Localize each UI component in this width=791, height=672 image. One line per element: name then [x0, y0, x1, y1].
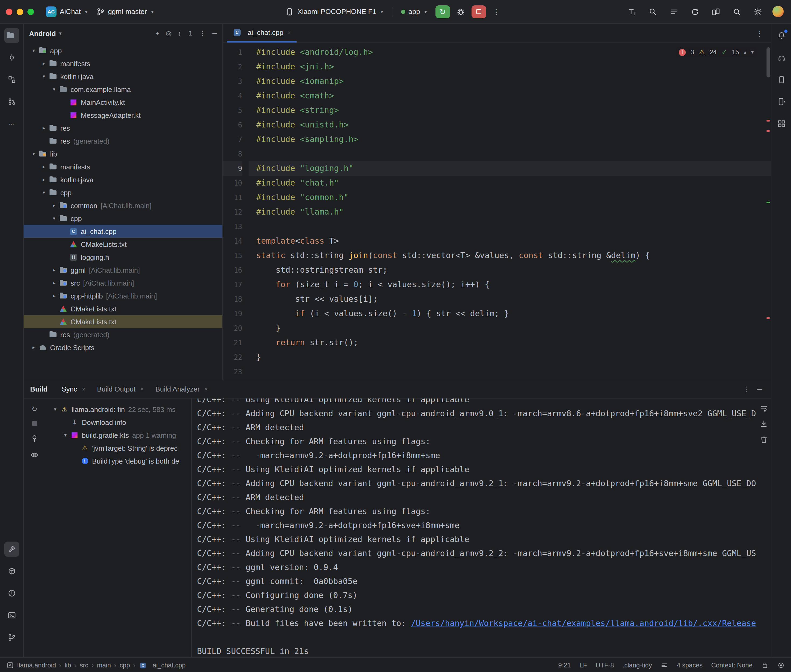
more-actions-icon[interactable]: ⋮ [490, 7, 502, 16]
code-line[interactable]: str << values[i]; [249, 292, 771, 307]
tree-item[interactable]: ▸cpp-httplib[AiChat.lib.main] [24, 290, 222, 302]
zoom-window-button[interactable] [27, 8, 34, 15]
console-lines[interactable]: C/C++: -- Using KleidiAI optimized kerne… [192, 398, 757, 657]
line-number[interactable]: 9 [223, 162, 242, 176]
add-icon[interactable]: + [156, 30, 159, 37]
tree-item[interactable]: ⚠'jvmTarget: String' is deprec [45, 442, 191, 454]
code-line[interactable]: } [249, 321, 771, 336]
tree-item[interactable]: ▾cpp [24, 186, 222, 199]
build-tab-sync[interactable]: Sync× [57, 383, 90, 395]
chevron-right-icon[interactable]: ▸ [39, 125, 48, 131]
project-widget[interactable]: AC AiChat ▾ [42, 3, 92, 20]
locate-file-icon[interactable]: ◎ [166, 30, 172, 37]
chevron-down-icon[interactable]: ▾ [39, 74, 48, 79]
problems-tool-button[interactable] [4, 586, 19, 601]
tree-item[interactable]: ▸manifests [24, 57, 222, 70]
pair-devices-button[interactable] [709, 5, 722, 18]
gradle-tool-button[interactable] [774, 50, 789, 65]
line-number[interactable]: 2 [223, 60, 242, 74]
build-output-link[interactable]: /Users/hanyin/Workspace/ai-chat/examples… [411, 619, 756, 628]
chevron-right-icon[interactable]: ▸ [50, 293, 59, 299]
gradle-sync-button[interactable] [688, 5, 701, 18]
minimize-window-button[interactable] [17, 8, 23, 15]
line-number[interactable]: 18 [223, 292, 242, 307]
inspections-widget[interactable]: ! 3 ⚠ 24 ✓ 15 ▴ ▾ [675, 47, 757, 57]
line-number[interactable]: 17 [223, 277, 242, 292]
error-stripe-mark[interactable] [767, 317, 770, 319]
notifications-button[interactable] [774, 28, 789, 43]
code-line[interactable]: #include "chat.h" [249, 176, 771, 190]
tree-item[interactable]: res(generated) [24, 134, 222, 147]
code-line[interactable]: static std::string join(const std::vecto… [249, 248, 771, 263]
build-panel-title[interactable]: Build [30, 385, 48, 393]
code-line[interactable] [249, 219, 771, 234]
logcat-button[interactable] [667, 5, 680, 18]
settings-button[interactable] [751, 5, 764, 18]
close-window-button[interactable] [6, 8, 12, 15]
next-issue-icon[interactable]: ▾ [751, 50, 754, 55]
clang-tidy-widget[interactable]: .clang-tidy [623, 661, 652, 669]
tree-item[interactable]: CMakeLists.txt [24, 315, 222, 328]
build-tab-build-analyzer[interactable]: Build Analyzer× [151, 383, 212, 395]
formatting-icon[interactable] [661, 661, 668, 669]
chevron-right-icon[interactable]: ▸ [50, 203, 59, 208]
tree-item[interactable]: ai_chat.cpp [24, 225, 222, 238]
version-control-tool-button[interactable] [4, 630, 19, 645]
tree-item[interactable]: ▾app [24, 44, 222, 57]
editor-options-icon[interactable]: ⋮ [756, 29, 767, 37]
code-line[interactable] [249, 147, 771, 162]
pull-requests-tool-button[interactable] [4, 94, 19, 109]
stop-icon[interactable] [32, 421, 37, 426]
tree-item[interactable]: res(generated) [24, 328, 222, 341]
vcs-branch-widget[interactable]: ggml-master ▾ [92, 3, 158, 20]
previous-issue-icon[interactable]: ▴ [744, 50, 746, 55]
chevron-right-icon[interactable]: ▸ [39, 61, 48, 66]
highlighting-level-icon[interactable] [777, 661, 785, 669]
ui-check-button[interactable] [647, 5, 659, 18]
run-configuration-selector[interactable]: app ▾ [396, 3, 431, 20]
chevron-down-icon[interactable]: ▾ [39, 190, 48, 195]
chevron-down-icon[interactable]: ▾ [29, 48, 38, 53]
tree-item[interactable]: ▾lib [24, 147, 222, 160]
tree-item[interactable]: MessageAdapter.kt [24, 109, 222, 122]
line-number[interactable]: 12 [223, 205, 242, 219]
profile-avatar[interactable] [772, 6, 784, 17]
line-number[interactable]: 19 [223, 307, 242, 321]
caret-position[interactable]: 9:21 [558, 661, 571, 669]
tab-ai-chat-cpp[interactable]: ai_chat.cpp × [227, 24, 297, 43]
tree-item[interactable]: ▸src[AiChat.lib.main] [24, 277, 222, 290]
encoding-widget[interactable]: UTF-8 [595, 661, 614, 669]
line-number[interactable]: 21 [223, 336, 242, 350]
line-number[interactable]: 20 [223, 321, 242, 336]
line-number[interactable]: 8 [223, 147, 242, 162]
hide-panel-icon[interactable]: ─ [212, 30, 217, 37]
code-line[interactable]: #include <iomanip> [249, 74, 771, 89]
eye-icon[interactable] [30, 451, 39, 459]
tree-item[interactable]: ▸Gradle Scripts [24, 341, 222, 354]
project-tool-button[interactable] [4, 28, 19, 43]
breadcrumb-item[interactable]: main [97, 661, 111, 669]
line-number[interactable]: 23 [223, 365, 242, 379]
code-line[interactable]: #include "logging.h" [249, 162, 771, 176]
editor-scrollbar[interactable] [767, 47, 770, 77]
line-number[interactable]: 16 [223, 263, 242, 277]
context-widget[interactable]: Context: None [711, 661, 752, 669]
line-number[interactable]: 1 [223, 45, 242, 60]
scroll-to-end-icon[interactable] [759, 419, 768, 428]
tree-item[interactable]: CMakeLists.txt [24, 302, 222, 315]
code-line[interactable]: #include <sampling.h> [249, 132, 771, 147]
tree-item[interactable]: BuildType 'debug' is both de [45, 454, 191, 467]
breadcrumb-item[interactable]: cpp [119, 661, 130, 669]
close-tab-icon[interactable]: × [141, 386, 144, 392]
tree-item[interactable]: ▾⚠llama.android: fin22 sec, 583 ms [45, 403, 191, 416]
code-line[interactable]: template<class T> [249, 234, 771, 248]
panel-options-icon[interactable]: ⋮ [199, 30, 206, 37]
build-tab-build-output[interactable]: Build Output× [93, 383, 148, 395]
line-number[interactable]: 22 [223, 350, 242, 365]
code-line[interactable]: #include <string> [249, 103, 771, 118]
breadcrumb-item[interactable]: llama.android [17, 661, 56, 669]
chevron-down-icon[interactable]: ▾ [51, 406, 60, 412]
device-manager-button[interactable] [774, 72, 789, 87]
chevron-down-icon[interactable]: ▾ [29, 151, 38, 157]
structure-tool-button[interactable] [4, 72, 19, 87]
